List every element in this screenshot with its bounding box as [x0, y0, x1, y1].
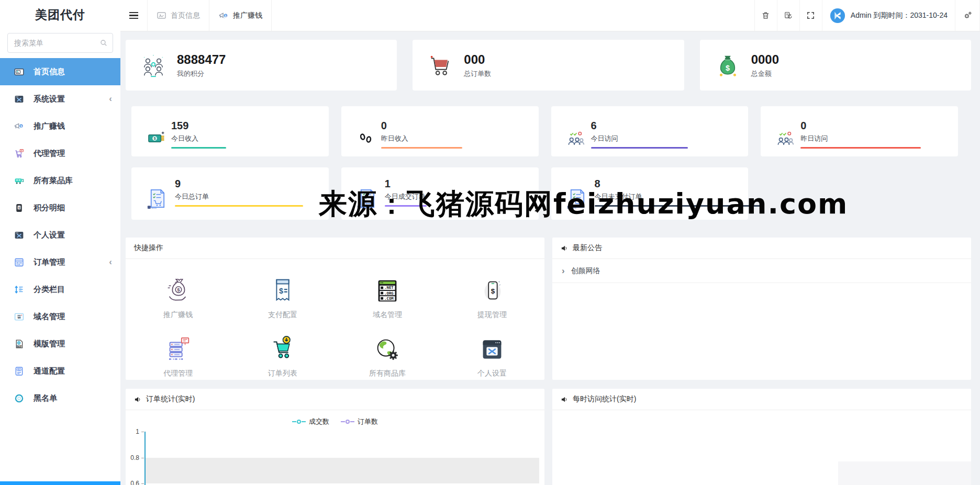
sidebar-item-points-detail[interactable]: $积分明细	[0, 194, 120, 221]
stat-value: 9	[175, 178, 303, 189]
trash-button[interactable]	[754, 0, 777, 31]
stat-value: 159	[171, 120, 226, 131]
sidebar-item-label: 订单管理	[34, 257, 65, 267]
stats-row-1: 8888477我的积分000总订单数$0000总金额	[126, 40, 971, 91]
money-bag-icon: $	[715, 52, 741, 78]
stat-card-today-visits: 6今日访问	[551, 106, 749, 156]
tab-home-info[interactable]: 首页信息	[148, 0, 209, 31]
sidebar-item-home-info[interactable]: 首页信息	[0, 58, 120, 85]
stat-value: 000	[464, 52, 491, 67]
svg-text:$: $	[154, 137, 156, 141]
svg-text:$: $	[279, 287, 283, 295]
svg-text:$: $	[491, 287, 495, 295]
y-axis-tick-label: 1	[126, 428, 139, 435]
stat-label: 我的积分	[177, 69, 226, 78]
stat-progress-bar	[175, 205, 303, 207]
clear-cache-icon	[784, 11, 793, 20]
stat-card-today-unpaid-orders: 8今日未支付订单	[551, 167, 749, 220]
app-logo: 美团代付	[0, 0, 120, 30]
svg-text:$=: $=	[18, 368, 20, 370]
sidebar-nav: 首页信息系统设置‹$推广赚钱代理管理所有菜品库$积分明细个人设置订单管理‹分类栏…	[0, 58, 120, 412]
legend-marker-icon	[297, 420, 301, 424]
svg-text:$: $	[177, 287, 180, 292]
settings-gears-button[interactable]	[955, 0, 980, 31]
quick-action-order-list[interactable]: 订单列表	[230, 327, 335, 380]
home-browser-icon	[14, 66, 25, 77]
sidebar-item-blacklist[interactable]: 黑名单	[0, 385, 120, 412]
legend-marker-icon	[346, 420, 350, 424]
quick-action-payment-config[interactable]: $支付配置	[230, 268, 335, 327]
sidebar-item-all-dishes[interactable]: 所有菜品库	[0, 167, 120, 194]
stat-card-my-points: 8888477我的积分	[126, 40, 397, 91]
sidebar-item-category[interactable]: 分类栏目	[0, 276, 120, 303]
steps-icon	[357, 120, 375, 156]
search-input[interactable]	[7, 33, 113, 53]
fullscreen-button[interactable]	[799, 0, 822, 31]
legend-label: 成交数	[309, 417, 329, 426]
avatar	[830, 8, 845, 24]
quick-action-promote-earn[interactable]: $推广赚钱	[126, 268, 230, 327]
fullscreen-icon	[806, 11, 815, 20]
svg-text:.NET: .NET	[384, 285, 394, 290]
chevron-left-icon: ‹	[109, 94, 112, 104]
stat-label: 昨日收入	[381, 134, 462, 143]
notice-item[interactable]: ›创颜网络	[552, 259, 971, 283]
search-icon[interactable]	[99, 39, 108, 47]
sidebar-item-order-manage[interactable]: 订单管理‹	[0, 249, 120, 276]
qa-cart-download-icon	[268, 334, 298, 365]
legend-item[interactable]: 成交数	[292, 417, 329, 426]
stat-value: 0	[800, 120, 921, 131]
stat-card-today-income: $159今日收入	[131, 106, 329, 156]
stat-value: 8888477	[177, 52, 226, 67]
stat-label: 今日总订单	[175, 192, 303, 201]
stat-card-yesterday-visits: 0昨日访问	[761, 106, 958, 156]
qa-globe-gear-icon	[372, 334, 403, 365]
quick-action-all-products[interactable]: 所有商品库	[335, 327, 440, 380]
hamburger-menu-button[interactable]	[120, 0, 148, 31]
stat-value: 6	[591, 120, 688, 131]
quick-action-label: 推广赚钱	[163, 310, 193, 320]
quick-actions-panel: 快捷操作 $推广赚钱$支付配置.NET.ORG.COM域名管理$提现管理代理管理…	[126, 238, 544, 380]
quick-action-agent-manage[interactable]: 代理管理	[126, 327, 230, 380]
stat-progress-bar	[385, 205, 427, 207]
stat-label: 今日收入	[171, 134, 226, 143]
chart-band	[145, 458, 539, 483]
tab-label: 推广赚钱	[233, 11, 262, 20]
hourly-visits-chart	[552, 410, 971, 485]
sidebar-search	[7, 33, 113, 53]
order-doc-icon	[355, 178, 378, 220]
system-tools-icon	[14, 230, 25, 241]
svg-text:.ORG: .ORG	[384, 291, 393, 296]
sidebar-item-label: 黑名单	[34, 393, 57, 403]
sidebar-item-agent-manage[interactable]: 代理管理	[0, 140, 120, 167]
clear-cache-button[interactable]	[777, 0, 799, 31]
sidebar-item-personal-settings[interactable]: 个人设置	[0, 221, 120, 249]
stat-progress-bar	[591, 147, 688, 149]
tab-promote-earn[interactable]: $推广赚钱	[209, 0, 272, 31]
stat-label: 今日访问	[591, 134, 688, 143]
user-menu[interactable]: Admin 到期时间：2031-10-24	[822, 0, 955, 31]
announcements-list: ›创颜网络	[552, 259, 971, 283]
sidebar-item-domain-manage[interactable]: w域名管理	[0, 303, 120, 330]
megaphone-coin-icon: $	[14, 121, 25, 132]
chart-legend: 成交数订单数	[126, 415, 544, 426]
sidebar-item-label: 个人设置	[34, 230, 65, 240]
sidebar-item-channel-config[interactable]: $=通道配置	[0, 357, 120, 385]
sidebar-item-system-settings[interactable]: 系统设置‹	[0, 85, 120, 112]
qa-server-monitor-icon	[163, 334, 193, 365]
category-sort-icon	[14, 284, 25, 295]
quick-action-personal-settings[interactable]: 个人设置	[440, 327, 544, 380]
stat-label: 总订单数	[464, 69, 491, 78]
stat-card-today-deal-orders: 1今日成交订单	[341, 167, 539, 220]
svg-text:$: $	[726, 63, 730, 72]
stat-label: 昨日访问	[800, 134, 921, 143]
quick-action-withdraw-manage[interactable]: $提现管理	[440, 268, 544, 327]
stat-value: 0	[381, 120, 462, 131]
sidebar-item-promote-earn[interactable]: $推广赚钱	[0, 112, 120, 140]
points-phone-icon: $	[14, 202, 25, 213]
stat-progress-bar	[595, 205, 762, 207]
legend-item[interactable]: 订单数	[341, 417, 378, 426]
sidebar-item-template-manage[interactable]: HTML模版管理	[0, 330, 120, 357]
qa-moneybag-hand-icon: $	[163, 276, 193, 306]
quick-action-domain-manage[interactable]: .NET.ORG.COM域名管理	[335, 268, 440, 327]
